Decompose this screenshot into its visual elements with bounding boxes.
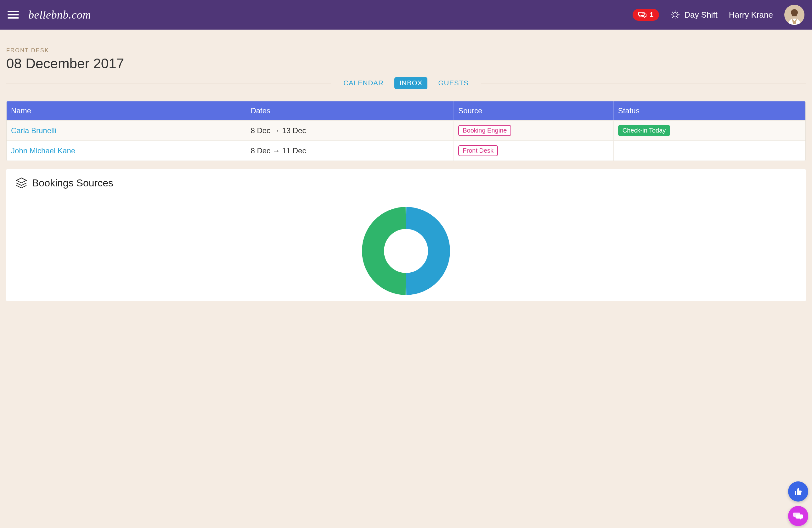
card-title: Bookings Sources — [32, 177, 113, 189]
breadcrumb: FRONT DESK — [6, 47, 806, 54]
tab-guests[interactable]: GUESTS — [433, 77, 473, 89]
top-bar-right: 1 Day Shift Harry Krane — [633, 5, 804, 25]
bookings-sources-card: Bookings Sources — [6, 169, 806, 301]
brand-logo[interactable]: bellebnb.com — [28, 8, 91, 22]
user-name[interactable]: Harry Krane — [729, 10, 773, 20]
col-dates[interactable]: Dates — [246, 101, 454, 120]
tab-strip: CALENDAR INBOX GUESTS — [6, 77, 806, 89]
col-status[interactable]: Status — [614, 101, 806, 120]
menu-icon[interactable] — [8, 11, 19, 18]
col-source[interactable]: Source — [454, 101, 614, 120]
svg-point-0 — [673, 13, 677, 17]
col-name[interactable]: Name — [6, 101, 246, 120]
chat-icon — [638, 11, 647, 18]
sun-icon — [670, 10, 680, 19]
svg-line-7 — [677, 12, 678, 13]
status-badge[interactable]: Check-in Today — [618, 125, 670, 136]
svg-line-5 — [672, 12, 673, 13]
donut-chart — [15, 189, 797, 301]
guest-link[interactable]: John Michael Kane — [11, 146, 75, 155]
guest-link[interactable]: Carla Brunelli — [11, 126, 56, 135]
tab-calendar[interactable]: CALENDAR — [338, 77, 389, 89]
svg-line-6 — [677, 17, 678, 18]
donut-slice[interactable] — [362, 207, 406, 295]
avatar[interactable] — [784, 5, 804, 25]
table-row: John Michael Kane 8 Dec → 11 Dec Front D… — [6, 140, 806, 160]
donut-slice[interactable] — [406, 207, 450, 295]
inbox-table: Name Dates Source Status Carla Brunelli … — [6, 101, 806, 161]
notifications-count: 1 — [650, 11, 653, 19]
layers-icon — [15, 177, 28, 189]
shift-label: Day Shift — [684, 10, 717, 20]
top-bar: bellebnb.com 1 Day Shift Harry Krane — [0, 0, 812, 30]
avatar-icon — [785, 6, 804, 25]
page-title: 08 December 2017 — [6, 56, 806, 71]
source-badge: Booking Engine — [458, 125, 511, 136]
row-dates: 8 Dec → 11 Dec — [246, 140, 454, 160]
row-status — [614, 140, 806, 160]
notifications-button[interactable]: 1 — [633, 9, 659, 21]
table-row: Carla Brunelli 8 Dec → 13 Dec Booking En… — [6, 120, 806, 140]
svg-line-8 — [672, 17, 673, 18]
row-dates: 8 Dec → 13 Dec — [246, 120, 454, 140]
shift-toggle[interactable]: Day Shift — [670, 10, 717, 20]
page-content: FRONT DESK 08 December 2017 CALENDAR INB… — [0, 30, 812, 301]
tab-inbox[interactable]: INBOX — [394, 77, 427, 89]
source-badge: Front Desk — [458, 145, 498, 156]
table-header-row: Name Dates Source Status — [6, 101, 806, 120]
